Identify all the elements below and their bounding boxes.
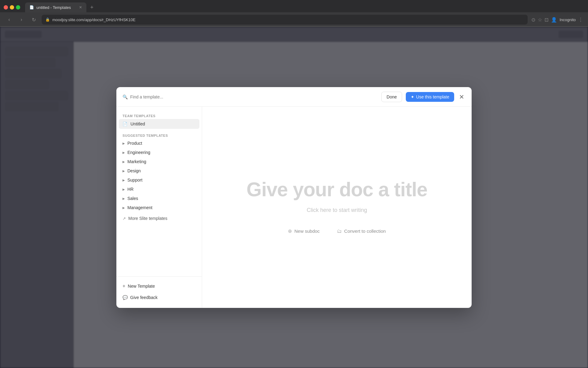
feedback-icon: 💬 [123, 295, 128, 300]
chevron-right-icon: ▶ [123, 197, 125, 200]
url-text: moodjoy.slite.com/app/docs/r_DHzUYfHSK10… [52, 17, 135, 22]
category-management[interactable]: ▶ Management [116, 203, 202, 212]
use-template-button[interactable]: ✦ Use this template [406, 92, 454, 102]
new-subdoc-button[interactable]: ⊕ New subdoc [283, 226, 325, 236]
category-label: Engineering [127, 150, 150, 155]
chevron-right-icon: ▶ [123, 142, 125, 145]
category-label: Design [127, 168, 141, 173]
search-input[interactable] [130, 94, 191, 99]
use-template-icon: ✦ [411, 94, 414, 99]
untitled-template-item[interactable]: 📄 Untitled [119, 119, 199, 129]
doc-title-placeholder[interactable]: Give your doc a title [247, 178, 428, 201]
plus-circle-icon: ⊕ [288, 228, 292, 234]
suggested-templates-label: SUGGESTED TEMPLATES [116, 131, 202, 139]
give-feedback-label: Give feedback [130, 295, 158, 300]
chevron-right-icon: ▶ [123, 160, 125, 163]
modal-body: TEAM TEMPLATES 📄 Untitled SUGGESTED TEMP… [116, 107, 472, 308]
lock-icon: 🔒 [45, 17, 50, 22]
category-label: Management [127, 205, 153, 210]
doc-subtitle-placeholder[interactable]: Click here to start writing [307, 207, 367, 213]
profile-icon[interactable]: 👤 [551, 17, 557, 23]
new-subdoc-label: New subdoc [294, 228, 320, 234]
category-label: Product [127, 141, 142, 146]
new-tab-button[interactable]: + [88, 3, 96, 12]
new-template-button[interactable]: + New Template [116, 280, 202, 292]
convert-to-collection-label: Convert to collection [344, 228, 386, 234]
suggested-section: SUGGESTED TEMPLATES ▶ Product ▶ Engineer… [116, 131, 202, 223]
incognito-label: Incognito [560, 17, 576, 22]
sidebar-bottom: + New Template 💬 Give feedback [116, 276, 202, 303]
category-hr[interactable]: ▶ HR [116, 185, 202, 194]
search-icon: 🔍 [123, 94, 128, 99]
category-engineering[interactable]: ▶ Engineering [116, 148, 202, 157]
category-marketing[interactable]: ▶ Marketing [116, 157, 202, 166]
new-template-label: New Template [128, 284, 155, 289]
traffic-light-red[interactable] [4, 5, 8, 10]
chevron-right-icon: ▶ [123, 151, 125, 154]
back-button[interactable]: ‹ [5, 15, 13, 24]
active-tab[interactable]: 📄 untitled - Templates ✕ [25, 2, 86, 12]
category-product[interactable]: ▶ Product [116, 139, 202, 148]
chevron-right-icon: ▶ [123, 206, 125, 209]
collection-icon: 🗂 [337, 228, 342, 234]
modal-sidebar: TEAM TEMPLATES 📄 Untitled SUGGESTED TEMP… [116, 107, 202, 308]
more-templates-label: More Slite templates [128, 216, 168, 221]
use-template-label: Use this template [416, 94, 449, 99]
modal-overlay: 🔍 Done ✦ Use this template ✕ TEAM TEMPLA… [0, 27, 588, 368]
tab-title: untitled - Templates [36, 5, 71, 10]
address-bar[interactable]: 🔒 moodjoy.slite.com/app/docs/r_DHzUYfHSK… [42, 15, 528, 25]
tab-favicon: 📄 [29, 5, 34, 10]
plus-icon: + [123, 283, 125, 289]
give-feedback-button[interactable]: 💬 Give feedback [116, 292, 202, 303]
external-link-icon: ↗ [123, 216, 126, 221]
bookmark-icon[interactable]: ☆ [538, 17, 542, 23]
category-label: HR [127, 187, 134, 192]
close-modal-button[interactable]: ✕ [458, 93, 466, 101]
done-button[interactable]: Done [381, 92, 402, 102]
traffic-light-green[interactable] [16, 5, 20, 10]
chevron-right-icon: ▶ [123, 178, 125, 182]
category-label: Support [127, 178, 142, 182]
category-design[interactable]: ▶ Design [116, 166, 202, 175]
template-modal: 🔍 Done ✦ Use this template ✕ TEAM TEMPLA… [116, 87, 472, 308]
chevron-right-icon: ▶ [123, 169, 125, 173]
modal-main-content: Give your doc a title Click here to star… [202, 107, 472, 308]
forward-button[interactable]: › [17, 15, 26, 24]
category-label: Marketing [127, 159, 146, 164]
document-icon: 📄 [123, 122, 127, 126]
category-sales[interactable]: ▶ Sales [116, 194, 202, 203]
tab-close-button[interactable]: ✕ [79, 5, 82, 10]
doc-actions: ⊕ New subdoc 🗂 Convert to collection [283, 226, 390, 236]
traffic-light-yellow[interactable] [10, 5, 14, 10]
team-templates-label: TEAM TEMPLATES [116, 112, 202, 119]
search-container: 🔍 [123, 94, 208, 99]
chevron-right-icon: ▶ [123, 188, 125, 191]
split-view-icon[interactable]: ⊡ [545, 17, 548, 23]
more-menu-icon[interactable]: ⋮ [578, 17, 583, 23]
modal-header: 🔍 Done ✦ Use this template ✕ [116, 87, 472, 107]
more-templates-link[interactable]: ↗ More Slite templates [116, 213, 202, 223]
convert-to-collection-button[interactable]: 🗂 Convert to collection [332, 226, 391, 236]
cast-icon: ⊙ [531, 17, 535, 23]
untitled-label: Untitled [130, 121, 145, 126]
refresh-button[interactable]: ↻ [29, 15, 38, 24]
category-support[interactable]: ▶ Support [116, 175, 202, 185]
category-label: Sales [127, 196, 138, 201]
